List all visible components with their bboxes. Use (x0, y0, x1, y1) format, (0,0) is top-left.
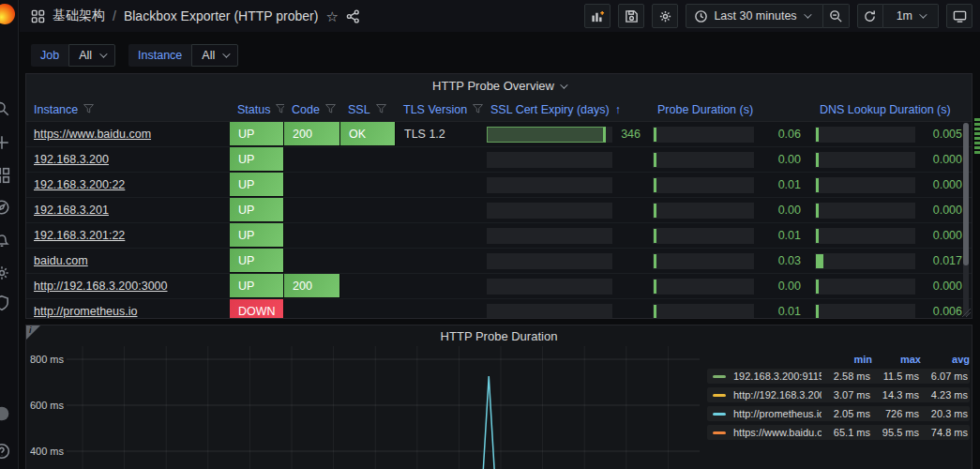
ssl-cell (340, 223, 396, 248)
scrollbar-thumb[interactable] (963, 123, 969, 265)
instance-link[interactable]: 192.168.3.201:22 (34, 229, 125, 242)
column-header-code[interactable]: Code (284, 98, 340, 121)
sidebar-server-admin-icon[interactable] (0, 295, 12, 313)
instance-cell: https://www.baidu.com (26, 122, 230, 146)
expiry-gauge-track (487, 279, 612, 295)
column-header-ssl-cert-expiry-days-[interactable]: SSL Cert Expiry (days)↑ (483, 98, 650, 121)
legend-series-name[interactable]: 192.168.3.200:9115 (733, 371, 822, 382)
ssl-cert-expiry-cell (483, 299, 650, 319)
favorite-star-icon[interactable]: ☆ (325, 9, 338, 23)
sidebar-configuration-icon[interactable] (0, 265, 12, 283)
sidebar-explore-icon[interactable] (0, 199, 12, 218)
dns-lookup-duration-bar-track (815, 152, 915, 168)
status-cell: DOWN (230, 299, 284, 319)
chevron-down-icon (222, 50, 230, 57)
dns-lookup-duration-bar-fill (816, 280, 819, 294)
dns-lookup-duration-bar-fill (816, 153, 819, 167)
clock-icon (694, 9, 708, 23)
instance-link[interactable]: 192.168.3.201 (34, 204, 109, 217)
dashboard-settings-button[interactable] (652, 4, 678, 28)
filter-funnel-icon[interactable] (276, 103, 284, 116)
probe-duration-value: 0.01 (761, 305, 801, 318)
add-panel-button[interactable] (584, 4, 611, 28)
probe-duration-bar-fill (654, 178, 656, 192)
chart-legend: minmaxavg 192.168.3.200:91152.58 ms11.5 … (707, 354, 970, 444)
dns-lookup-duration-value: 0.006 (923, 305, 962, 318)
legend-series-name[interactable]: http://192.168.3.200:3000 (733, 389, 822, 401)
http-probe-overview-panel: HTTP Probe Overview InstanceStatusCodeSS… (25, 73, 972, 319)
instance-link[interactable]: http://192.168.3.200:3000 (34, 280, 168, 293)
dns-lookup-duration-bar-track (815, 228, 915, 244)
sidebar-create-icon[interactable] (0, 134, 12, 153)
column-header-tls-version[interactable]: TLS Version (396, 98, 483, 121)
share-icon[interactable] (346, 9, 360, 23)
sidebar-dashboards-icon[interactable] (0, 167, 12, 186)
save-dashboard-button[interactable] (618, 4, 644, 28)
sidebar-alerting-icon[interactable] (0, 232, 12, 250)
column-header-probe-duration-s-[interactable]: Probe Duration (s) (650, 98, 812, 121)
probe-duration-bar-track (653, 203, 754, 219)
column-header-dns-lookup-duration-s-[interactable]: DNS Lookup Duration (s) (812, 98, 972, 121)
sidebar-help-icon[interactable] (0, 443, 12, 461)
refresh-button[interactable] (857, 4, 883, 28)
legend-min-value: 65.1 ms (822, 427, 870, 438)
refresh-interval-picker[interactable]: 1m (883, 4, 939, 28)
column-header-status[interactable]: Status (230, 98, 284, 121)
sidebar-avatar-icon[interactable] (0, 405, 12, 424)
zoom-out-button[interactable] (823, 4, 850, 28)
filter-funnel-icon[interactable] (83, 103, 94, 116)
probe-duration-bar-fill (654, 229, 656, 243)
column-header-instance[interactable]: Instance (26, 98, 230, 121)
expiry-gauge-track (487, 203, 612, 219)
instance-link[interactable]: 192.168.3.200 (34, 153, 109, 166)
breadcrumb-folder[interactable]: 基础架构 (53, 8, 105, 24)
filter-funnel-icon[interactable] (325, 103, 336, 116)
instance-link[interactable]: https://www.baidu.com (34, 128, 151, 141)
ssl-cell (340, 198, 396, 222)
dns-lookup-duration-cell: 0.000 (812, 223, 972, 248)
instance-variable-dropdown[interactable]: All (191, 44, 238, 67)
ssl-cert-expiry-cell (483, 274, 650, 298)
dns-lookup-duration-bar-track (815, 304, 915, 320)
sidebar-search-icon[interactable] (0, 100, 12, 119)
probe-duration-value: 0.01 (761, 178, 801, 191)
column-header-ssl[interactable]: SSL (340, 98, 396, 121)
variable-filters: Job All Instance All (31, 44, 238, 67)
code-cell (284, 223, 340, 248)
legend-avg-value: 4.23 ms (919, 389, 968, 401)
panel-resize-handle[interactable] (961, 308, 971, 317)
chart-plot-area[interactable] (67, 346, 700, 469)
ssl-cert-expiry-cell (483, 147, 650, 172)
grafana-logo-icon[interactable] (0, 4, 15, 24)
legend-sort-min[interactable]: min (823, 354, 872, 365)
ssl-cert-expiry-cell: 346 (483, 122, 650, 146)
time-range-picker[interactable]: Last 30 minutes (686, 4, 822, 28)
legend-series-name[interactable]: https://www.baidu.com (733, 427, 822, 438)
instance-link[interactable]: 192.168.3.200:22 (34, 178, 125, 191)
chart-panel-title[interactable]: HTTP Probe Duration (26, 329, 972, 343)
chevron-down-icon (919, 10, 927, 18)
expiry-gauge-track (487, 127, 612, 143)
column-header-label: Instance (34, 103, 78, 116)
ssl-cell (340, 147, 396, 172)
dashboard-title[interactable]: Blackbox Exporter (HTTP prober) (124, 8, 318, 23)
filter-funnel-icon[interactable] (376, 103, 386, 116)
expiry-gauge-track (487, 228, 612, 244)
legend-series-name[interactable]: http://prometheus.io (733, 408, 822, 419)
job-variable-dropdown[interactable]: All (68, 44, 115, 67)
legend-max-value: 11.5 ms (870, 371, 919, 382)
legend-sort-max[interactable]: max (872, 354, 921, 365)
magnifier-minus-icon (829, 9, 843, 23)
instance-link[interactable]: http://prometheus.io (34, 305, 137, 318)
time-range-label: Last 30 minutes (714, 9, 796, 23)
instance-cell: baidu.com (26, 249, 230, 273)
expiry-gauge-track (487, 177, 612, 193)
instance-link[interactable]: baidu.com (34, 254, 88, 267)
legend-sort-avg[interactable]: avg (921, 354, 970, 365)
table-panel-title[interactable]: HTTP Probe Overview (26, 74, 972, 98)
kiosk-mode-button[interactable] (946, 4, 972, 28)
dns-lookup-duration-value: 0.000 (923, 229, 962, 242)
instance-cell: 192.168.3.200:22 (26, 173, 230, 197)
dns-lookup-duration-value: 0.000 (923, 178, 962, 191)
filter-funnel-icon[interactable] (473, 103, 483, 116)
